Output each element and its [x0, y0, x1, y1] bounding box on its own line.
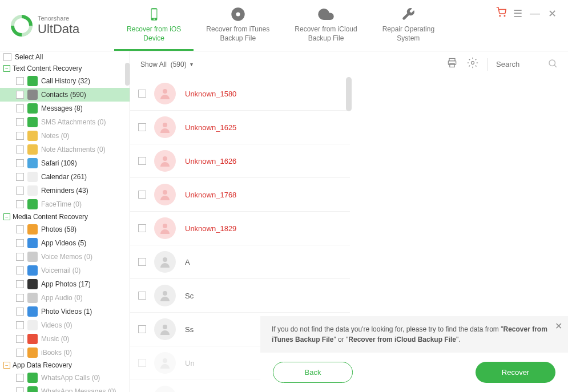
category-icon: [27, 103, 38, 114]
checkbox[interactable]: [16, 239, 24, 247]
sidebar-item[interactable]: Photo Videos (1): [0, 305, 130, 318]
print-icon[interactable]: [446, 57, 458, 71]
contact-row[interactable]: Unknown_1829: [130, 212, 350, 245]
category-icon: [27, 279, 38, 289]
checkbox[interactable]: [16, 225, 24, 233]
sidebar-item[interactable]: Reminders (43): [0, 184, 130, 197]
sidebar-item[interactable]: App Photos (17): [0, 277, 130, 291]
contact-row[interactable]: Unknown_1625: [130, 111, 350, 144]
checkbox[interactable]: [138, 191, 146, 199]
sidebar-item[interactable]: App Audio (0): [0, 291, 130, 305]
checkbox[interactable]: [16, 387, 24, 392]
checkbox[interactable]: [16, 159, 24, 167]
checkbox[interactable]: [16, 335, 24, 343]
cart-icon[interactable]: [496, 7, 506, 20]
checkbox[interactable]: [138, 292, 146, 300]
sidebar-item[interactable]: Voice Memos (0): [0, 250, 130, 264]
checkbox[interactable]: [138, 325, 146, 333]
category-icon: [27, 131, 38, 141]
avatar-icon: [154, 285, 176, 306]
checkbox[interactable]: [138, 157, 146, 165]
checkbox[interactable]: [138, 224, 146, 232]
checkbox[interactable]: [138, 258, 146, 266]
item-label: Videos (0): [41, 321, 72, 329]
checkbox[interactable]: [16, 132, 24, 140]
search-input[interactable]: [496, 60, 547, 68]
checkbox[interactable]: [16, 173, 24, 181]
sidebar-item[interactable]: WhatsApp Messages (0): [0, 385, 130, 392]
section-title: Text Content Recovery: [13, 64, 82, 72]
tab-1[interactable]: Recover from iTunesBackup File: [194, 0, 282, 51]
section-header[interactable]: −App Data Recovery: [0, 359, 130, 371]
tab-0[interactable]: Recover from iOSDevice: [114, 0, 194, 51]
checkbox[interactable]: [16, 321, 24, 329]
sidebar-item[interactable]: Safari (109): [0, 156, 130, 170]
checkbox[interactable]: [138, 123, 146, 131]
sidebar-item[interactable]: Call History (32): [0, 74, 130, 88]
search-box[interactable]: [488, 58, 558, 71]
contact-row[interactable]: Unknown_1768: [130, 178, 350, 212]
checkbox[interactable]: [138, 90, 146, 98]
show-all-dropdown[interactable]: Show All (590) ▾: [140, 60, 193, 68]
sidebar-item[interactable]: App Videos (5): [0, 236, 130, 250]
checkbox[interactable]: [16, 104, 24, 112]
checkbox[interactable]: [3, 53, 11, 61]
tab-2[interactable]: Recover from iCloudBackup File: [282, 0, 369, 51]
list-scrollbar[interactable]: [346, 77, 352, 111]
checkbox[interactable]: [16, 294, 24, 302]
sidebar-item[interactable]: Photos (58): [0, 223, 130, 236]
item-label: Reminders (43): [41, 187, 88, 195]
brand-product: UltData: [38, 22, 79, 37]
checkbox[interactable]: [16, 118, 24, 126]
contact-row[interactable]: Unknown_1626: [130, 144, 350, 178]
checkbox[interactable]: [16, 266, 24, 274]
recover-button[interactable]: Recover: [476, 362, 555, 383]
sidebar-item[interactable]: FaceTime (0): [0, 197, 130, 211]
checkbox[interactable]: [16, 349, 24, 357]
checkbox[interactable]: [16, 253, 24, 261]
expand-icon[interactable]: −: [3, 362, 10, 369]
section-header[interactable]: −Text Content Recovery: [0, 63, 130, 74]
section-header[interactable]: −Media Content Recovery: [0, 211, 130, 223]
sidebar[interactable]: Select All −Text Content RecoveryCall Hi…: [0, 51, 130, 392]
sidebar-item[interactable]: Contacts (590): [0, 88, 130, 102]
banner-text: If you do not find the data you're looki…: [272, 325, 503, 333]
checkbox[interactable]: [16, 187, 24, 195]
sidebar-item[interactable]: Voicemail (0): [0, 264, 130, 277]
svg-point-20: [163, 325, 167, 329]
checkbox[interactable]: [16, 280, 24, 288]
banner-close-icon[interactable]: ✕: [555, 320, 562, 333]
back-button[interactable]: Back: [273, 362, 353, 383]
checkbox[interactable]: [16, 374, 24, 382]
sidebar-item[interactable]: Note Attachments (0): [0, 143, 130, 156]
tab-3[interactable]: Repair OperatingSystem: [370, 0, 447, 51]
sidebar-item[interactable]: Messages (8): [0, 102, 130, 115]
expand-icon[interactable]: −: [3, 65, 10, 72]
close-icon[interactable]: ✕: [546, 7, 558, 20]
expand-icon[interactable]: −: [3, 213, 10, 220]
checkbox[interactable]: [16, 146, 24, 153]
sidebar-item[interactable]: Videos (0): [0, 318, 130, 332]
checkbox[interactable]: [16, 308, 24, 316]
sidebar-item[interactable]: SMS Attachments (0): [0, 115, 130, 129]
checkbox[interactable]: [16, 200, 24, 208]
checkbox[interactable]: [16, 91, 24, 99]
contact-row[interactable]: A: [130, 245, 350, 279]
checkbox[interactable]: [138, 359, 146, 367]
sidebar-item[interactable]: Music (0): [0, 332, 130, 346]
contact-row[interactable]: Sc: [130, 279, 350, 313]
menu-icon[interactable]: ☰: [512, 7, 523, 20]
sidebar-item[interactable]: Calendar (261): [0, 170, 130, 184]
gear-icon[interactable]: [467, 57, 478, 71]
sidebar-scrollbar[interactable]: [125, 63, 130, 86]
contact-row[interactable]: Unknown_1580: [130, 77, 350, 111]
minimize-icon[interactable]: —: [529, 7, 541, 19]
search-icon[interactable]: [547, 58, 558, 71]
sidebar-item[interactable]: iBooks (0): [0, 346, 130, 359]
sidebar-item[interactable]: Notes (0): [0, 129, 130, 143]
category-icon: [27, 158, 38, 168]
sidebar-item[interactable]: WhatsApp Calls (0): [0, 371, 130, 385]
phone-icon: [146, 6, 163, 23]
select-all[interactable]: Select All: [0, 51, 130, 63]
checkbox[interactable]: [16, 77, 24, 85]
